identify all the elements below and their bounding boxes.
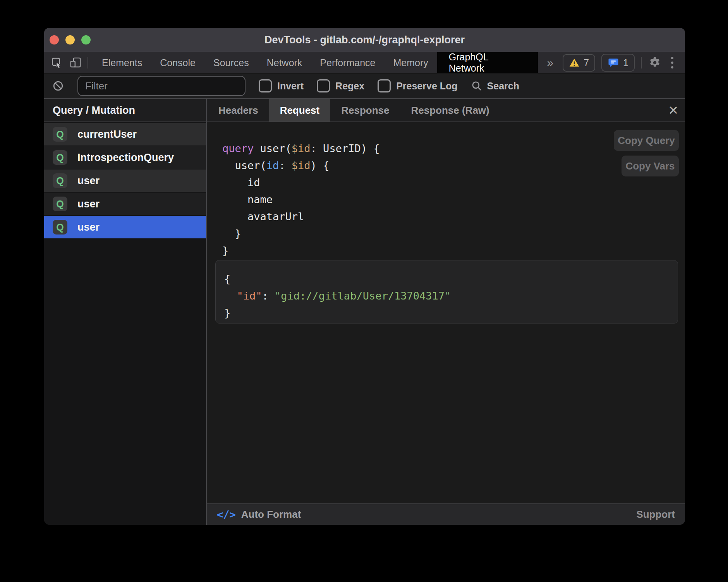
- regex-label: Regex: [335, 80, 364, 92]
- tab-response-raw[interactable]: Response (Raw): [400, 99, 500, 122]
- issue-count: 1: [623, 57, 628, 68]
- toolbar-divider: [88, 57, 88, 68]
- search-label: Search: [487, 80, 519, 92]
- code-brackets-icon: </>: [217, 508, 236, 520]
- window-title: DevTools - gitlab.com/-/graphql-explorer: [44, 34, 685, 46]
- warning-count: 7: [584, 57, 589, 68]
- query-variables-box: { "id": "gid://gitlab/User/13704317" }: [215, 260, 678, 324]
- toolbar-divider: [641, 57, 642, 68]
- tab-request[interactable]: Request: [269, 99, 331, 122]
- list-item-introspection-query[interactable]: Q IntrospectionQuery: [44, 146, 206, 169]
- list-item-user-2[interactable]: Q user: [44, 193, 206, 215]
- list-item-currentUser[interactable]: Q currentUser: [44, 123, 206, 146]
- tab-elements[interactable]: Elements: [93, 52, 151, 73]
- copy-vars-button[interactable]: Copy Vars: [622, 156, 679, 176]
- list-item-user-1[interactable]: Q user: [44, 169, 206, 192]
- filter-input[interactable]: [77, 76, 246, 96]
- more-options-menu-icon[interactable]: [668, 57, 676, 68]
- close-detail-icon[interactable]: ×: [668, 99, 678, 122]
- search-control[interactable]: Search: [471, 80, 519, 92]
- copy-query-button[interactable]: Copy Query: [614, 130, 679, 151]
- search-icon: [471, 80, 482, 92]
- preserve-log-label: Preserve Log: [396, 80, 457, 92]
- tab-response[interactable]: Response: [330, 99, 400, 122]
- regex-checkbox-group: Regex: [317, 79, 364, 92]
- query-type-icon: Q: [53, 197, 67, 211]
- auto-format-label: Auto Format: [241, 508, 301, 520]
- tab-graphql-network[interactable]: GraphQL Network: [437, 52, 538, 73]
- title-bar: DevTools - gitlab.com/-/graphql-explorer: [44, 28, 685, 52]
- regex-checkbox[interactable]: [317, 79, 330, 92]
- message-icon: [608, 57, 619, 68]
- query-list-panel: Query / Mutation Q currentUser Q Introsp…: [44, 99, 207, 525]
- filter-bar: Invert Regex Preserve Log Search: [44, 74, 685, 99]
- invert-label: Invert: [277, 80, 304, 92]
- devtools-toolbar: Elements Console Sources Network Perform…: [44, 52, 685, 74]
- invert-checkbox-group: Invert: [259, 79, 304, 92]
- query-type-icon: Q: [53, 220, 67, 235]
- query-list-header: Query / Mutation: [44, 99, 206, 122]
- detail-footer: </> Auto Format Support: [207, 503, 685, 525]
- detail-panel: Headers Request Response Response (Raw) …: [207, 99, 685, 525]
- tab-memory[interactable]: Memory: [384, 52, 437, 73]
- tab-console[interactable]: Console: [151, 52, 204, 73]
- query-type-icon: Q: [53, 150, 67, 165]
- preserve-log-checkbox[interactable]: [378, 79, 391, 92]
- tab-headers[interactable]: Headers: [208, 99, 269, 122]
- auto-format-button[interactable]: </> Auto Format: [217, 508, 301, 520]
- tab-performance[interactable]: Performance: [311, 52, 384, 73]
- clear-block-icon[interactable]: [52, 80, 64, 92]
- warning-icon: [569, 57, 580, 68]
- issues-badge[interactable]: 1: [601, 54, 635, 72]
- graphql-query-code: query user($id: UserID) { user(id: $id) …: [207, 122, 685, 259]
- device-toolbar-icon[interactable]: [69, 56, 82, 69]
- preserve-log-checkbox-group: Preserve Log: [378, 79, 457, 92]
- list-item-user-3-selected[interactable]: Q user: [44, 216, 206, 238]
- query-type-icon: Q: [53, 173, 67, 188]
- warnings-badge[interactable]: 7: [563, 54, 595, 72]
- query-list: Q currentUser Q IntrospectionQuery Q use…: [44, 122, 206, 238]
- settings-gear-icon[interactable]: [648, 56, 662, 70]
- detail-tab-strip: Headers Request Response Response (Raw) …: [207, 99, 685, 122]
- support-link[interactable]: Support: [636, 508, 675, 520]
- tab-sources[interactable]: Sources: [204, 52, 258, 73]
- tab-network[interactable]: Network: [258, 52, 311, 73]
- query-type-icon: Q: [53, 127, 67, 142]
- inspect-element-icon[interactable]: [50, 56, 64, 69]
- request-content: query user($id: UserID) { user(id: $id) …: [207, 122, 685, 503]
- devtools-window: DevTools - gitlab.com/-/graphql-explorer…: [44, 28, 685, 525]
- invert-checkbox[interactable]: [259, 79, 272, 92]
- more-tabs-chevron-icon[interactable]: »: [538, 52, 563, 73]
